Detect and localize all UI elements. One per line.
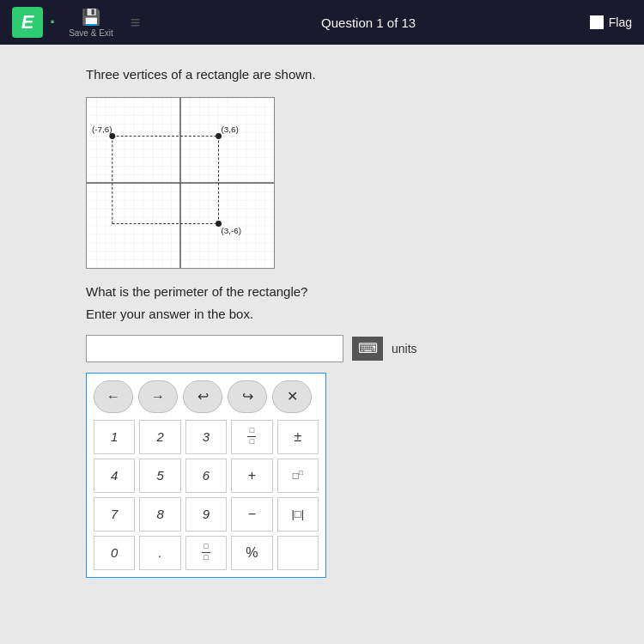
svg-text:(3,6): (3,6)	[222, 124, 239, 133]
calc-back-button[interactable]: ←	[94, 380, 133, 413]
calc-delete-button[interactable]: ✕	[272, 380, 312, 413]
calc-btn-0[interactable]: 0	[94, 536, 135, 570]
app-logo: E	[12, 7, 43, 38]
calc-btn-abs[interactable]: |□|	[277, 497, 319, 532]
svg-point-8	[109, 133, 115, 139]
calc-grid: 1 2 3 □ □ ± 4 5 6 + □□ 7 8 9 −	[94, 420, 319, 570]
calc-forward-button[interactable]: →	[138, 380, 178, 413]
units-label: units	[392, 342, 417, 355]
sub-text-1: What is the perimeter of the rectangle?	[86, 283, 558, 302]
logo-dot: ·	[50, 11, 55, 33]
question-title: Question 1 of 13	[158, 15, 580, 30]
flag-icon	[590, 15, 604, 29]
calc-btn-superscript[interactable]: □□	[277, 459, 319, 493]
calc-btn-7[interactable]: 7	[94, 497, 135, 532]
calc-btn-9[interactable]: 9	[185, 497, 227, 532]
calc-btn-minus[interactable]: −	[231, 497, 272, 532]
svg-text:(-7,6): (-7,6)	[92, 124, 112, 133]
nav-bar: E · 💾 Save & Exit ≡ Question 1 of 13 Fla…	[0, 0, 644, 45]
calc-btn-dfrac[interactable]: □ □	[185, 536, 227, 570]
calc-redo-button[interactable]: ↪	[228, 380, 267, 413]
calc-btn-empty	[277, 536, 319, 570]
keyboard-button[interactable]: ⌨	[352, 337, 383, 361]
calc-btn-6[interactable]: 6	[185, 459, 227, 493]
nav-divider: ≡	[131, 13, 141, 33]
calc-btn-1[interactable]: 1	[94, 420, 135, 454]
save-exit-label: Save & Exit	[69, 28, 113, 38]
svg-point-9	[216, 133, 222, 139]
calc-btn-plus[interactable]: +	[231, 459, 272, 493]
calc-btn-percent[interactable]: %	[231, 536, 272, 570]
calc-btn-8[interactable]: 8	[139, 497, 180, 532]
calc-btn-3[interactable]: 3	[185, 420, 227, 454]
save-exit-group[interactable]: 💾 Save & Exit	[69, 8, 113, 38]
calc-btn-fraction[interactable]: □ □	[231, 420, 272, 454]
question-intro: Three vertices of a rectangle are shown.	[86, 65, 558, 85]
calc-nav-row: ← → ↩ ↪ ✕	[94, 380, 319, 413]
svg-text:(3,-6): (3,-6)	[222, 226, 242, 235]
coordinate-graph: (-7,6) (3,6) (3,-6)	[86, 97, 275, 269]
calc-btn-5[interactable]: 5	[139, 459, 180, 493]
content-area: Three vertices of a rectangle are shown.	[0, 45, 644, 644]
calc-undo-button[interactable]: ↩	[183, 380, 222, 413]
save-exit-icon: 💾	[82, 8, 100, 27]
flag-label: Flag	[609, 15, 632, 29]
answer-row: ⌨ units	[86, 335, 558, 362]
sub-text-2: Enter your answer in the box.	[86, 305, 558, 325]
answer-input[interactable]	[86, 335, 343, 362]
calc-btn-2[interactable]: 2	[139, 420, 180, 454]
calc-btn-plusminus[interactable]: ±	[277, 420, 319, 454]
calc-btn-4[interactable]: 4	[94, 459, 135, 493]
flag-button[interactable]: Flag	[590, 15, 632, 29]
calculator-pad: ← → ↩ ↪ ✕ 1 2 3 □ □ ± 4 5 6 +	[86, 373, 326, 578]
calc-btn-dot[interactable]: .	[139, 536, 180, 570]
